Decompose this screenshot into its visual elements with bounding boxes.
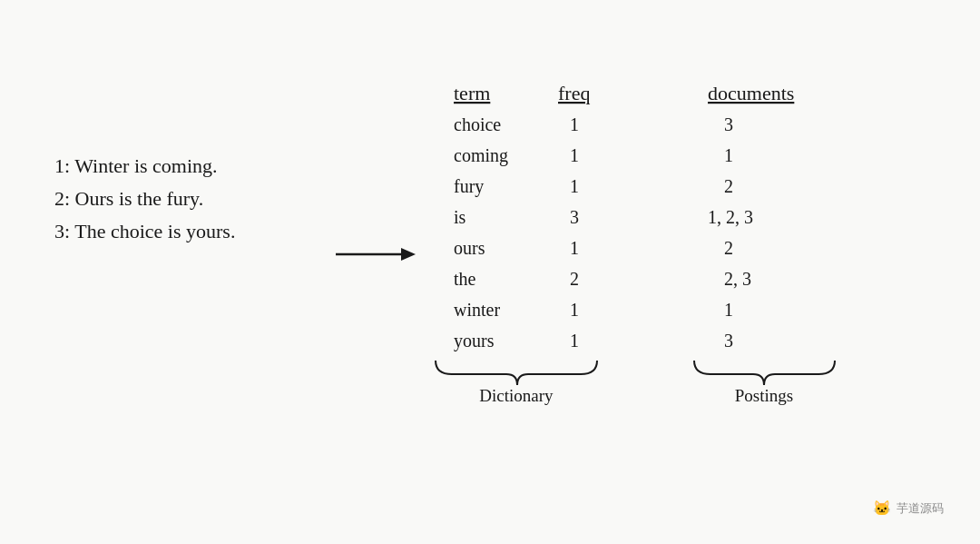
row-is-docs: 1, 2, 3 — [708, 207, 753, 227]
row-yours-term: yours — [454, 331, 495, 351]
row-ours-term: ours — [454, 238, 485, 258]
row-fury-term: fury — [454, 176, 484, 197]
row-yours-docs: 3 — [724, 331, 733, 351]
row-the-term: the — [454, 269, 476, 289]
dictionary-label: Dictionary — [479, 386, 554, 405]
svg-marker-1 — [401, 248, 416, 261]
watermark: 🐱 芋道源码 — [873, 499, 944, 517]
header-freq: freq — [558, 82, 590, 104]
arrow-container — [336, 243, 417, 269]
row-winter-term: winter — [454, 300, 500, 320]
sentence-2: 2: Ours is the fury. — [54, 187, 235, 211]
table-svg-overlay: term freq documents choice 1 3 coming 1 … — [426, 74, 971, 529]
row-is-freq: 3 — [570, 207, 579, 227]
dictionary-brace — [436, 361, 597, 385]
sentences-panel: 1: Winter is coming. 2: Ours is the fury… — [54, 154, 235, 243]
sentence-3: 3: The choice is yours. — [54, 220, 235, 243]
row-choice-freq: 1 — [570, 114, 579, 134]
row-the-freq: 2 — [570, 269, 579, 289]
row-fury-docs: 2 — [724, 176, 733, 196]
row-coming-freq: 1 — [570, 145, 579, 165]
row-winter-docs: 1 — [724, 300, 733, 320]
row-is-term: is — [454, 207, 466, 227]
row-yours-freq: 1 — [570, 331, 579, 351]
sentence-1: 1: Winter is coming. — [54, 154, 235, 178]
row-coming-docs: 1 — [724, 145, 733, 165]
watermark-text: 芋道源码 — [897, 500, 944, 517]
header-documents: documents — [708, 82, 794, 104]
main-container: 1: Winter is coming. 2: Ours is the fury… — [0, 0, 980, 544]
row-ours-docs: 2 — [724, 238, 733, 258]
row-ours-freq: 1 — [570, 238, 579, 258]
row-choice-term: choice — [454, 114, 501, 134]
row-winter-freq: 1 — [570, 300, 579, 320]
arrow-icon — [336, 243, 417, 265]
row-choice-docs: 3 — [724, 114, 733, 134]
watermark-icon: 🐱 — [873, 499, 891, 517]
row-the-docs: 2, 3 — [724, 269, 751, 289]
row-coming-term: coming — [454, 145, 508, 166]
header-term: term — [454, 82, 490, 104]
postings-label: Postings — [735, 386, 793, 405]
row-fury-freq: 1 — [570, 176, 579, 196]
postings-brace — [694, 361, 835, 385]
